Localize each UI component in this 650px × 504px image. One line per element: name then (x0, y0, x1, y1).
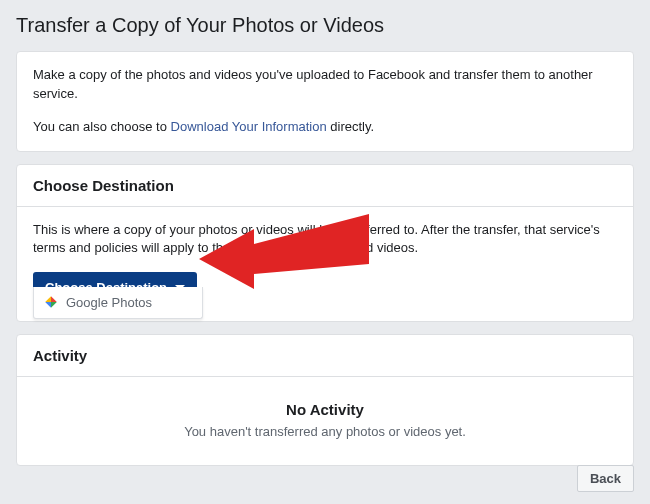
intro-text-1: Make a copy of the photos and videos you… (33, 66, 617, 104)
google-photos-icon (44, 295, 58, 309)
no-activity-title: No Activity (33, 401, 617, 418)
activity-card: Activity No Activity You haven't transfe… (16, 334, 634, 466)
choose-destination-header: Choose Destination (17, 165, 633, 207)
choose-destination-card: Choose Destination This is where a copy … (16, 164, 634, 323)
destination-dropdown: Google Photos (33, 287, 203, 319)
choose-destination-body: This is where a copy of your photos or v… (33, 221, 617, 259)
intro-after: directly. (327, 119, 374, 134)
page-title: Transfer a Copy of Your Photos or Videos (4, 4, 646, 51)
back-button[interactable]: Back (577, 465, 634, 492)
no-activity-subtitle: You haven't transferred any photos or vi… (33, 424, 617, 439)
intro-before: You can also choose to (33, 119, 171, 134)
intro-text-2: You can also choose to Download Your Inf… (33, 118, 617, 137)
dropdown-item-label: Google Photos (66, 295, 152, 310)
dropdown-item-google-photos[interactable]: Google Photos (34, 287, 202, 318)
intro-card: Make a copy of the photos and videos you… (16, 51, 634, 152)
activity-header: Activity (17, 335, 633, 377)
download-info-link[interactable]: Download Your Information (171, 119, 327, 134)
